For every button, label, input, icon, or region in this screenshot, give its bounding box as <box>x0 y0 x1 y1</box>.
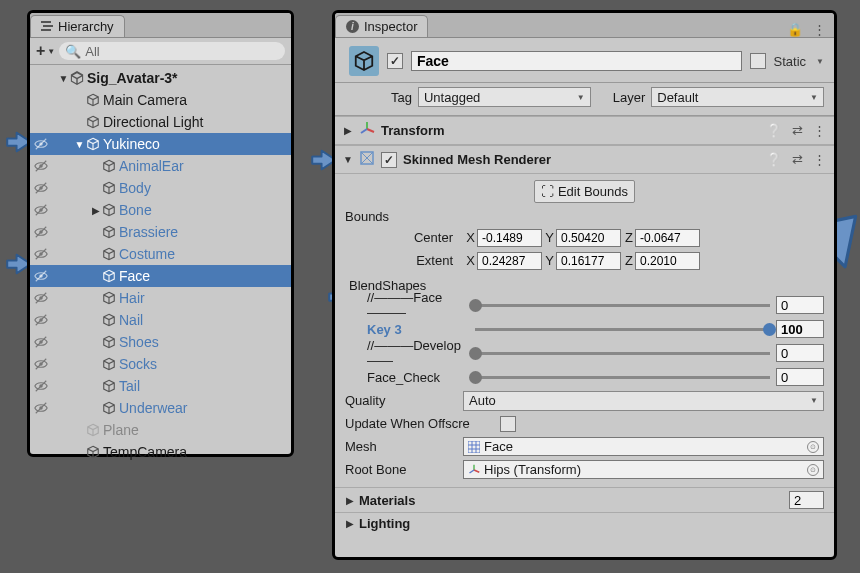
fold-icon[interactable]: ▶ <box>90 205 101 216</box>
kebab-icon[interactable]: ⋮ <box>813 152 826 167</box>
temp-camera-row[interactable]: ▶ TempCamera <box>30 441 291 463</box>
blendshape-label: //———Develop—— <box>345 338 475 368</box>
brassiere-row[interactable]: ▶ Brassiere <box>30 221 291 243</box>
transform-title: Transform <box>381 123 760 138</box>
object-picker-icon[interactable]: ⊙ <box>807 441 819 453</box>
eye-icon[interactable] <box>34 291 52 305</box>
transform-header[interactable]: Transform ❔ ⇄ ⋮ <box>335 116 834 145</box>
extent-z-input[interactable] <box>635 252 700 270</box>
cube-icon <box>86 137 100 151</box>
eye-icon[interactable] <box>34 225 52 239</box>
kebab-icon[interactable]: ⋮ <box>813 22 826 37</box>
extent-x-input[interactable] <box>477 252 542 270</box>
cube-icon <box>102 269 116 283</box>
hierarchy-tab[interactable]: Hierarchy <box>30 15 125 37</box>
blendshape-slider[interactable] <box>475 304 770 307</box>
object-enabled-checkbox[interactable] <box>387 53 403 69</box>
yukineco-row[interactable]: ▼ Yukineco <box>30 133 291 155</box>
kebab-icon[interactable]: ⋮ <box>813 123 826 138</box>
update-offscreen-checkbox[interactable] <box>500 416 516 432</box>
lighting-row[interactable]: ▶ Lighting <box>335 512 834 534</box>
blendshape-slider[interactable] <box>475 352 770 355</box>
info-icon: i <box>346 20 359 33</box>
mesh-object-field[interactable]: Face ⊙ <box>463 437 824 456</box>
center-y-input[interactable] <box>556 229 621 247</box>
fold-icon[interactable]: ▶ <box>345 495 355 506</box>
blendshape-value[interactable] <box>776 368 824 386</box>
costume-row[interactable]: ▶ Costume <box>30 243 291 265</box>
eye-icon[interactable] <box>34 137 52 151</box>
fold-icon[interactable] <box>343 125 353 136</box>
rootbone-object-field[interactable]: Hips (Transform) ⊙ <box>463 460 824 479</box>
eye-icon[interactable] <box>34 357 52 371</box>
animalEar-row[interactable]: ▶ AnimalEar <box>30 155 291 177</box>
eye-icon[interactable] <box>34 269 52 283</box>
hair-row[interactable]: ▶ Hair <box>30 287 291 309</box>
materials-row[interactable]: ▶ Materials <box>335 487 834 512</box>
eye-icon[interactable] <box>34 401 52 415</box>
help-icon[interactable]: ❔ <box>766 152 782 167</box>
bone-row[interactable]: ▶ Bone <box>30 199 291 221</box>
blendshape-value[interactable] <box>776 320 824 338</box>
eye-icon[interactable] <box>34 203 52 217</box>
update-offscreen-row: Update When Offscre <box>345 412 824 435</box>
scene-row[interactable]: ▼ Sig_Avatar-3* <box>30 67 291 89</box>
smr-header[interactable]: Skinned Mesh Renderer ❔ ⇄ ⋮ <box>335 145 834 174</box>
center-z-input[interactable] <box>635 229 700 247</box>
quality-dropdown[interactable]: Auto ▼ <box>463 391 824 411</box>
body-row[interactable]: ▶ Body <box>30 177 291 199</box>
eye-icon[interactable] <box>34 313 52 327</box>
edit-bounds-button[interactable]: ⛶ Edit Bounds <box>534 180 635 203</box>
static-checkbox[interactable] <box>750 53 766 69</box>
plane-row[interactable]: ▶ Plane <box>30 419 291 441</box>
cube-icon <box>102 401 116 415</box>
face-row[interactable]: ▶ Face <box>30 265 291 287</box>
main-camera-row[interactable]: ▶ Main Camera <box>30 89 291 111</box>
lock-icon[interactable]: 🔒 <box>787 22 803 37</box>
blendshape-row: Face_Check <box>345 365 824 389</box>
preset-icon[interactable]: ⇄ <box>792 152 803 167</box>
tail-row[interactable]: ▶ Tail <box>30 375 291 397</box>
inspector-tab[interactable]: i Inspector <box>335 15 428 37</box>
create-button[interactable]: + ▼ <box>36 42 55 60</box>
cube-icon <box>86 93 100 107</box>
tag-layer-row: Tag Untagged ▼ Layer Default ▼ <box>335 83 834 116</box>
update-offscreen-label: Update When Offscre <box>345 416 500 431</box>
extent-y-input[interactable] <box>556 252 621 270</box>
yukineco-label: Yukineco <box>103 136 160 152</box>
help-icon[interactable]: ❔ <box>766 123 782 138</box>
bounds-center-row: Center X Y Z <box>345 226 824 249</box>
grid-icon <box>468 441 480 453</box>
object-picker-icon[interactable]: ⊙ <box>807 464 819 476</box>
eye-icon[interactable] <box>34 335 52 349</box>
layer-dropdown[interactable]: Default ▼ <box>651 87 824 107</box>
eye-icon[interactable] <box>34 159 52 173</box>
tag-dropdown[interactable]: Untagged ▼ <box>418 87 591 107</box>
hierarchy-search[interactable]: 🔍 All <box>59 42 285 60</box>
underwear-row[interactable]: ▶ Underwear <box>30 397 291 419</box>
blendshape-slider[interactable] <box>475 376 770 379</box>
nail-row[interactable]: ▶ Nail <box>30 309 291 331</box>
object-icon[interactable] <box>349 46 379 76</box>
materials-count[interactable] <box>789 491 824 509</box>
blendshape-slider[interactable] <box>475 328 770 331</box>
item-label: Bone <box>119 202 152 218</box>
preset-icon[interactable]: ⇄ <box>792 123 803 138</box>
cube-icon <box>102 379 116 393</box>
mesh-field-label: Mesh <box>345 439 463 454</box>
shoes-row[interactable]: ▶ Shoes <box>30 331 291 353</box>
static-dropdown-caret[interactable]: ▼ <box>816 57 824 66</box>
object-name-input[interactable] <box>411 51 742 71</box>
eye-icon[interactable] <box>34 181 52 195</box>
eye-icon[interactable] <box>34 247 52 261</box>
fold-icon[interactable] <box>343 154 353 165</box>
socks-row[interactable]: ▶ Socks <box>30 353 291 375</box>
directional-light-row[interactable]: ▶ Directional Light <box>30 111 291 133</box>
blendshape-value[interactable] <box>776 296 824 314</box>
inspector-panel: i Inspector 🔒 ⋮ Static ▼ Tag Untagged ▼ … <box>332 10 837 560</box>
center-x-input[interactable] <box>477 229 542 247</box>
smr-enabled-checkbox[interactable] <box>381 152 397 168</box>
eye-icon[interactable] <box>34 379 52 393</box>
blendshape-value[interactable] <box>776 344 824 362</box>
fold-icon[interactable]: ▶ <box>345 518 355 529</box>
